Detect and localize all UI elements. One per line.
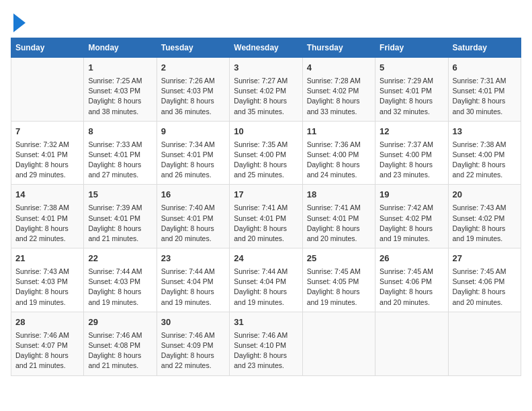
calendar-cell: 17Sunrise: 7:41 AMSunset: 4:01 PMDayligh… (230, 185, 302, 248)
calendar-week-row: 28Sunrise: 7:46 AMSunset: 4:07 PMDayligh… (11, 312, 521, 375)
day-info: Sunrise: 7:25 AMSunset: 4:03 PMDaylight:… (88, 76, 152, 117)
calendar-cell: 15Sunrise: 7:39 AMSunset: 4:01 PMDayligh… (84, 185, 157, 248)
day-number: 10 (234, 126, 298, 138)
day-number: 1 (88, 62, 152, 75)
calendar-cell (375, 312, 448, 375)
calendar-header-row: SundayMondayTuesdayWednesdayThursdayFrid… (11, 38, 521, 58)
calendar-cell: 23Sunrise: 7:44 AMSunset: 4:04 PMDayligh… (157, 248, 229, 312)
day-info: Sunrise: 7:38 AMSunset: 4:00 PMDaylight:… (453, 140, 517, 181)
day-number: 30 (161, 316, 225, 329)
column-header-tuesday: Tuesday (157, 38, 229, 58)
day-info: Sunrise: 7:32 AMSunset: 4:01 PMDaylight:… (15, 140, 79, 181)
calendar-cell: 8Sunrise: 7:33 AMSunset: 4:01 PMDaylight… (84, 121, 157, 185)
day-number: 9 (161, 126, 225, 138)
logo (11, 11, 26, 32)
day-info: Sunrise: 7:40 AMSunset: 4:01 PMDaylight:… (161, 203, 225, 244)
day-number: 24 (234, 253, 298, 265)
calendar-cell: 4Sunrise: 7:28 AMSunset: 4:02 PMDaylight… (302, 58, 375, 122)
column-header-friday: Friday (375, 38, 448, 58)
day-info: Sunrise: 7:46 AMSunset: 4:09 PMDaylight:… (161, 330, 225, 371)
day-info: Sunrise: 7:35 AMSunset: 4:00 PMDaylight:… (234, 140, 298, 181)
calendar-cell: 3Sunrise: 7:27 AMSunset: 4:02 PMDaylight… (230, 58, 302, 122)
day-info: Sunrise: 7:39 AMSunset: 4:01 PMDaylight:… (88, 203, 152, 244)
day-info: Sunrise: 7:29 AMSunset: 4:01 PMDaylight:… (380, 76, 443, 117)
day-info: Sunrise: 7:28 AMSunset: 4:02 PMDaylight:… (307, 76, 371, 117)
day-number: 16 (161, 189, 225, 201)
day-info: Sunrise: 7:44 AMSunset: 4:03 PMDaylight:… (88, 267, 152, 308)
day-number: 5 (380, 62, 443, 75)
day-info: Sunrise: 7:45 AMSunset: 4:06 PMDaylight:… (380, 267, 443, 308)
calendar-cell: 14Sunrise: 7:38 AMSunset: 4:01 PMDayligh… (11, 185, 84, 248)
day-number: 13 (453, 126, 517, 138)
day-info: Sunrise: 7:27 AMSunset: 4:02 PMDaylight:… (234, 76, 298, 117)
calendar-cell: 9Sunrise: 7:34 AMSunset: 4:01 PMDaylight… (157, 121, 229, 185)
page-header (11, 11, 521, 32)
calendar-cell: 21Sunrise: 7:43 AMSunset: 4:03 PMDayligh… (11, 248, 84, 312)
day-number: 21 (15, 253, 79, 265)
column-header-wednesday: Wednesday (230, 38, 302, 58)
calendar-week-row: 7Sunrise: 7:32 AMSunset: 4:01 PMDaylight… (11, 121, 521, 185)
day-number: 29 (88, 316, 152, 329)
day-number: 7 (15, 126, 79, 138)
day-number: 23 (161, 253, 225, 265)
day-info: Sunrise: 7:26 AMSunset: 4:03 PMDaylight:… (161, 76, 225, 117)
day-info: Sunrise: 7:41 AMSunset: 4:01 PMDaylight:… (307, 203, 371, 244)
calendar-cell: 5Sunrise: 7:29 AMSunset: 4:01 PMDaylight… (375, 58, 448, 122)
column-header-saturday: Saturday (448, 38, 521, 58)
day-info: Sunrise: 7:43 AMSunset: 4:02 PMDaylight:… (453, 203, 517, 244)
day-info: Sunrise: 7:45 AMSunset: 4:05 PMDaylight:… (307, 267, 371, 308)
day-number: 31 (234, 316, 298, 329)
logo-arrow-icon (13, 13, 26, 32)
day-number: 4 (307, 62, 371, 75)
calendar-cell: 31Sunrise: 7:46 AMSunset: 4:10 PMDayligh… (230, 312, 302, 375)
day-number: 3 (234, 62, 298, 75)
calendar-cell (448, 312, 521, 375)
calendar-cell: 24Sunrise: 7:44 AMSunset: 4:04 PMDayligh… (230, 248, 302, 312)
calendar-cell: 16Sunrise: 7:40 AMSunset: 4:01 PMDayligh… (157, 185, 229, 248)
calendar-cell (302, 312, 375, 375)
calendar-cell: 7Sunrise: 7:32 AMSunset: 4:01 PMDaylight… (11, 121, 84, 185)
calendar-week-row: 1Sunrise: 7:25 AMSunset: 4:03 PMDaylight… (11, 58, 521, 122)
calendar-cell: 13Sunrise: 7:38 AMSunset: 4:00 PMDayligh… (448, 121, 521, 185)
calendar-cell: 6Sunrise: 7:31 AMSunset: 4:01 PMDaylight… (448, 58, 521, 122)
calendar-cell: 19Sunrise: 7:42 AMSunset: 4:02 PMDayligh… (375, 185, 448, 248)
calendar-cell: 18Sunrise: 7:41 AMSunset: 4:01 PMDayligh… (302, 185, 375, 248)
column-header-thursday: Thursday (302, 38, 375, 58)
calendar-week-row: 21Sunrise: 7:43 AMSunset: 4:03 PMDayligh… (11, 248, 521, 312)
day-number: 19 (380, 189, 443, 201)
day-info: Sunrise: 7:46 AMSunset: 4:10 PMDaylight:… (234, 330, 298, 371)
day-number: 6 (453, 62, 517, 75)
day-info: Sunrise: 7:37 AMSunset: 4:00 PMDaylight:… (380, 140, 443, 181)
day-number: 27 (453, 253, 517, 265)
calendar-cell: 29Sunrise: 7:46 AMSunset: 4:08 PMDayligh… (84, 312, 157, 375)
calendar-cell: 20Sunrise: 7:43 AMSunset: 4:02 PMDayligh… (448, 185, 521, 248)
calendar-table: SundayMondayTuesdayWednesdayThursdayFrid… (11, 38, 521, 376)
day-number: 28 (15, 316, 79, 329)
day-number: 14 (15, 189, 79, 201)
calendar-week-row: 14Sunrise: 7:38 AMSunset: 4:01 PMDayligh… (11, 185, 521, 248)
day-info: Sunrise: 7:34 AMSunset: 4:01 PMDaylight:… (161, 140, 225, 181)
calendar-cell: 12Sunrise: 7:37 AMSunset: 4:00 PMDayligh… (375, 121, 448, 185)
day-info: Sunrise: 7:31 AMSunset: 4:01 PMDaylight:… (453, 76, 517, 117)
day-info: Sunrise: 7:44 AMSunset: 4:04 PMDaylight:… (234, 267, 298, 308)
day-info: Sunrise: 7:38 AMSunset: 4:01 PMDaylight:… (15, 203, 79, 244)
day-number: 2 (161, 62, 225, 75)
day-info: Sunrise: 7:43 AMSunset: 4:03 PMDaylight:… (15, 267, 79, 308)
day-info: Sunrise: 7:46 AMSunset: 4:07 PMDaylight:… (15, 330, 79, 371)
day-number: 25 (307, 253, 371, 265)
calendar-cell: 1Sunrise: 7:25 AMSunset: 4:03 PMDaylight… (84, 58, 157, 122)
calendar-cell: 10Sunrise: 7:35 AMSunset: 4:00 PMDayligh… (230, 121, 302, 185)
day-info: Sunrise: 7:33 AMSunset: 4:01 PMDaylight:… (88, 140, 152, 181)
day-number: 18 (307, 189, 371, 201)
day-info: Sunrise: 7:46 AMSunset: 4:08 PMDaylight:… (88, 330, 152, 371)
day-number: 22 (88, 253, 152, 265)
day-info: Sunrise: 7:45 AMSunset: 4:06 PMDaylight:… (453, 267, 517, 308)
day-info: Sunrise: 7:42 AMSunset: 4:02 PMDaylight:… (380, 203, 443, 244)
day-number: 15 (88, 189, 152, 201)
calendar-cell (11, 58, 84, 122)
day-number: 26 (380, 253, 443, 265)
column-header-monday: Monday (84, 38, 157, 58)
day-info: Sunrise: 7:44 AMSunset: 4:04 PMDaylight:… (161, 267, 225, 308)
column-header-sunday: Sunday (11, 38, 84, 58)
calendar-cell: 28Sunrise: 7:46 AMSunset: 4:07 PMDayligh… (11, 312, 84, 375)
